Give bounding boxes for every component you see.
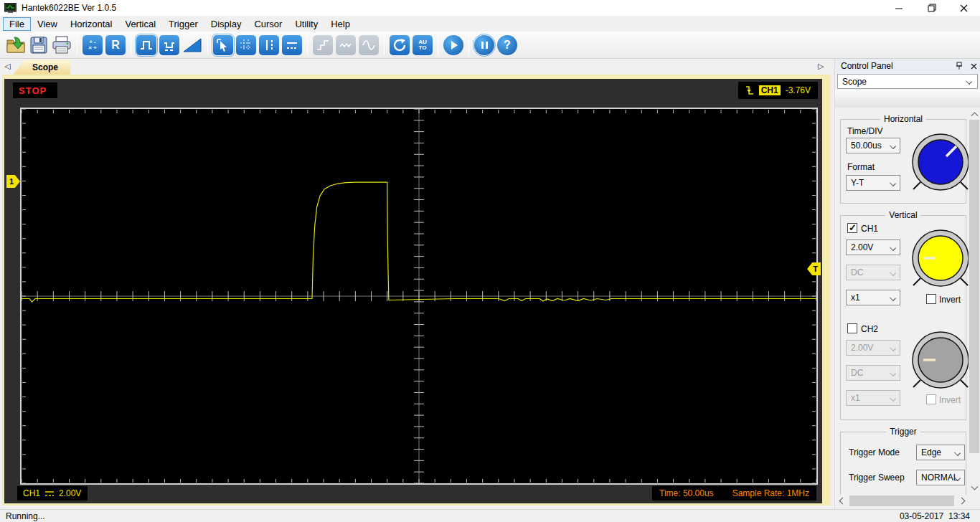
- chevron-down-icon: [890, 295, 896, 301]
- vertical-cursors-button[interactable]: [259, 35, 279, 55]
- menu-file[interactable]: File: [3, 17, 31, 31]
- sine-wave-button[interactable]: [359, 35, 379, 55]
- auto-set-button[interactable]: AUTO: [413, 35, 433, 55]
- toolbar: + -× ÷ R: [0, 32, 980, 59]
- format-label: Format: [847, 162, 875, 172]
- menu-vertical[interactable]: Vertical: [118, 17, 162, 31]
- ch1-coupling-value: DC: [851, 267, 863, 277]
- trigger-mode-select[interactable]: Edge: [916, 445, 965, 460]
- pulse-icon: [139, 38, 154, 52]
- trigger-readout: CH1 -3.76V: [738, 82, 818, 99]
- trigger-level-value: -3.76V: [786, 85, 811, 95]
- title-bar: Hantek6022BE Ver 1.0.5: [0, 0, 980, 16]
- cursor-select-button[interactable]: [213, 35, 233, 55]
- print-button[interactable]: [52, 35, 72, 55]
- app-icon: [4, 3, 17, 14]
- grid-icon: [239, 38, 253, 52]
- scroll-left-icon[interactable]: [837, 495, 849, 507]
- control-panel-content: Horizontal Time/DIV 50.00us Format Y-T V…: [837, 108, 969, 495]
- waveform-plot: [22, 109, 816, 483]
- vertical-scroll-thumb[interactable]: [969, 120, 979, 453]
- ramp-button[interactable]: [182, 35, 202, 55]
- pause-button[interactable]: [474, 35, 494, 55]
- menu-help[interactable]: Help: [324, 17, 357, 31]
- help-button[interactable]: ?: [497, 35, 517, 55]
- reference-button[interactable]: R: [105, 35, 126, 55]
- close-button[interactable]: [948, 0, 980, 16]
- trigger-channel-badge: CH1: [759, 85, 781, 95]
- channel1-label: CH1: [23, 488, 40, 498]
- pulse-trigger-button[interactable]: [136, 35, 156, 55]
- ramp-icon: [183, 37, 202, 53]
- start-button[interactable]: [443, 35, 463, 55]
- menu-view[interactable]: View: [31, 17, 64, 31]
- time-div-select[interactable]: 50.00us: [846, 138, 900, 153]
- trigger-sweep-label: Trigger Sweep: [849, 473, 905, 483]
- ch2-coupling-select[interactable]: DC: [846, 365, 900, 381]
- ch2-position-knob[interactable]: [909, 328, 969, 392]
- minimize-button[interactable]: [883, 0, 915, 16]
- channel1-scale-readout: CH1 2.00V: [17, 486, 88, 500]
- menu-cursor[interactable]: Cursor: [248, 17, 288, 31]
- ch2-volts-select[interactable]: 2.00V: [846, 340, 900, 356]
- scroll-right-icon[interactable]: [956, 495, 968, 507]
- tab-bar: ◁ Scope ▷: [0, 60, 980, 75]
- tab-scope-label: Scope: [32, 62, 58, 72]
- refresh-button[interactable]: [390, 35, 410, 55]
- ch1-probe-value: x1: [851, 293, 860, 303]
- ch1-checkbox-label: CH1: [861, 224, 878, 234]
- scope-page: STOP CH1 -3.76V 1 T CH: [0, 75, 834, 509]
- math-button[interactable]: + -× ÷: [83, 35, 103, 55]
- save-button[interactable]: [29, 35, 49, 55]
- ch2-invert-label: Invert: [939, 395, 961, 405]
- menu-trigger[interactable]: Trigger: [162, 17, 204, 31]
- scroll-down-icon[interactable]: [969, 483, 980, 495]
- ch1-invert-checkbox[interactable]: [926, 294, 936, 304]
- ch1-coupling-select[interactable]: DC: [846, 265, 900, 280]
- pulse-width-trigger-button[interactable]: [159, 35, 179, 55]
- ch2-enable-checkbox[interactable]: [847, 323, 857, 333]
- vertical-cursors-icon: [262, 38, 276, 52]
- open-file-button[interactable]: [6, 35, 26, 55]
- panel-mode-value: Scope: [842, 77, 867, 87]
- pin-panel-button[interactable]: [953, 60, 965, 72]
- ch2-invert-checkbox[interactable]: [926, 394, 936, 404]
- refresh-icon: [392, 38, 407, 52]
- step-wave-button[interactable]: [313, 35, 333, 55]
- menu-utility[interactable]: Utility: [288, 17, 324, 31]
- close-panel-button[interactable]: [968, 60, 979, 72]
- tab-scope[interactable]: Scope: [13, 60, 70, 75]
- channel1-position-marker[interactable]: 1: [6, 175, 20, 188]
- panel-mode-select[interactable]: Scope: [837, 74, 978, 89]
- noise-wave-button[interactable]: [336, 35, 356, 55]
- open-folder-icon: [6, 36, 26, 54]
- format-select[interactable]: Y-T: [846, 175, 900, 191]
- grid-button[interactable]: [236, 35, 256, 55]
- ch1-volts-select[interactable]: 2.00V: [846, 239, 900, 255]
- toolbar-separator: [307, 35, 308, 55]
- panel-vertical-scrollbar[interactable]: [969, 108, 980, 495]
- ch1-position-knob[interactable]: [909, 227, 969, 290]
- menu-horizontal[interactable]: Horizontal: [64, 17, 119, 31]
- toolbar-separator: [468, 35, 469, 55]
- horizontal-knob[interactable]: [909, 130, 969, 194]
- ch1-enable-checkbox[interactable]: [847, 223, 857, 233]
- restore-button[interactable]: [915, 0, 948, 16]
- horizontal-cursors-button[interactable]: [282, 35, 302, 55]
- scope-display[interactable]: [20, 108, 818, 485]
- panel-horizontal-scrollbar[interactable]: [837, 495, 968, 507]
- math-icon: + -× ÷: [88, 39, 96, 51]
- horizontal-cursors-icon: [285, 38, 299, 52]
- toolbar-separator: [77, 35, 77, 55]
- trigger-sweep-select[interactable]: NORMAL: [916, 470, 965, 485]
- trigger-group-legend: Trigger: [886, 427, 920, 437]
- tab-scroll-left-icon[interactable]: ◁: [4, 62, 10, 71]
- scroll-up-icon[interactable]: [969, 108, 980, 120]
- chevron-down-icon: [890, 245, 896, 251]
- ch2-probe-select[interactable]: x1: [846, 390, 900, 406]
- menu-display[interactable]: Display: [204, 17, 248, 31]
- ch1-probe-select[interactable]: x1: [846, 290, 900, 305]
- tab-scroll-right-icon[interactable]: ▷: [818, 62, 824, 71]
- floppy-icon: [29, 36, 48, 54]
- horizontal-scroll-thumb[interactable]: [849, 495, 954, 506]
